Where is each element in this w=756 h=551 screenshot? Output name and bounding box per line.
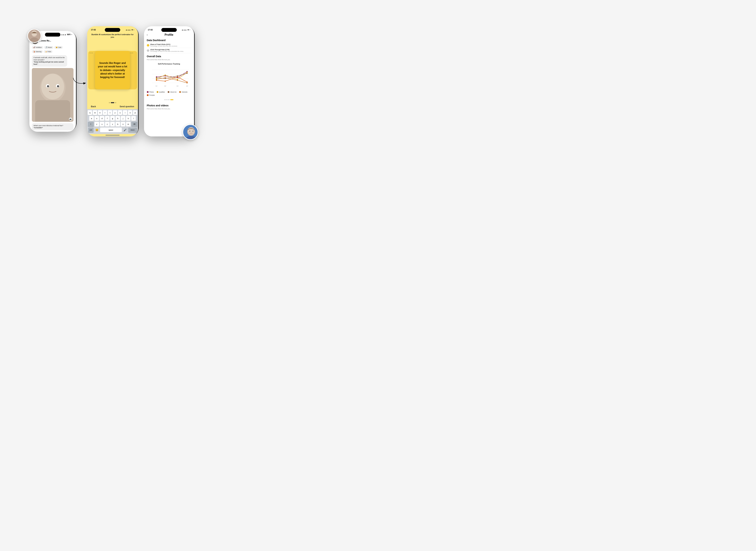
photos-videos-title: Photos and videos <box>147 104 191 107</box>
card-carousel[interactable]: k e on Sounds like Roger and your cat wo… <box>87 39 138 101</box>
key-v[interactable]: v <box>110 122 115 127</box>
key-y[interactable]: y <box>113 110 117 115</box>
key-emoji[interactable]: 😊 <box>94 128 99 131</box>
bumble-header-text: Bumble AI customizes the perfect icebrea… <box>90 33 135 38</box>
profile-header: ‹ Profile <box>144 32 194 37</box>
photos-videos-subtitle: Pick some that show the true you. <box>147 108 191 110</box>
key-j[interactable]: j <box>121 116 125 121</box>
key-h[interactable]: h <box>115 116 120 121</box>
key-mic[interactable]: 🎤 <box>122 128 127 131</box>
chat-bubble-1: If animals could talk, which one would b… <box>32 55 67 67</box>
stc-desc: Percentage of total clicks this item rec… <box>150 45 191 47</box>
card-main-text: Sounds like Roger and your cat would hav… <box>98 61 127 79</box>
svg-point-46 <box>177 80 178 81</box>
chat-photo: 📷 <box>32 68 73 121</box>
key-p[interactable]: p <box>133 110 137 115</box>
back-button[interactable]: Back <box>91 105 96 108</box>
bumble-brand: Bumble AI <box>91 33 101 35</box>
key-g[interactable]: g <box>110 116 115 121</box>
key-n[interactable]: n <box>121 122 125 127</box>
legend-photos: Photos <box>147 91 154 93</box>
key-u[interactable]: u <box>118 110 122 115</box>
time-3: 17:02 <box>148 29 153 31</box>
key-x[interactable]: x <box>100 122 104 127</box>
key-i[interactable]: i <box>123 110 127 115</box>
legend-photos-label: Photos <box>149 91 154 93</box>
svg-rect-10 <box>35 100 70 122</box>
data-dashboard-title: Data Dashboard <box>147 39 191 42</box>
svg-point-45 <box>165 77 166 78</box>
card-main: Sounds like Roger and your cat would hav… <box>95 51 130 89</box>
key-r[interactable]: r <box>103 110 107 115</box>
dot-1 <box>109 102 110 103</box>
status-icons-2: ▲▲▲ ≋ ▪ <box>125 29 134 31</box>
key-s[interactable]: s <box>94 116 99 121</box>
kb-row-2: a s d f g h j k l <box>88 116 137 121</box>
tags-row: 🚀 Ambition 🎵 Music 🐱 Cats <box>29 45 76 49</box>
svg-point-23 <box>192 131 193 131</box>
profile-body: Data Dashboard Share of Total Clicks (ST… <box>144 37 194 136</box>
key-f[interactable]: f <box>105 116 109 121</box>
back-icon[interactable]: ‹ <box>147 33 148 36</box>
chart-container: Self-Performance Tracking Q1 <box>147 62 191 97</box>
tag-pubs[interactable]: 🍺 Pubs <box>44 50 53 53</box>
tag-music[interactable]: 🎵 Music <box>44 46 54 49</box>
svg-text:Q4: Q4 <box>186 85 188 87</box>
kb-row-3: ⇧ z x c v b n m ⌫ <box>88 122 137 127</box>
svg-point-37 <box>165 74 166 76</box>
camera-icon[interactable]: 📷 <box>69 117 72 121</box>
page-dot-2 <box>166 99 167 100</box>
svg-text:Q3: Q3 <box>176 85 178 87</box>
key-k[interactable]: k <box>126 116 130 121</box>
key-d[interactable]: d <box>100 116 104 121</box>
dynamic-island-2 <box>105 28 120 32</box>
key-z[interactable]: z <box>94 122 99 127</box>
profile-title: Profile <box>165 33 173 36</box>
tag-ambition[interactable]: 🚀 Ambition <box>32 46 43 49</box>
key-123[interactable]: 123 <box>88 127 94 132</box>
card-actions: Back Send question <box>87 104 138 109</box>
tag-cats[interactable]: 🐱 Cats <box>54 46 63 49</box>
signal-2: ▲▲▲ <box>125 29 131 31</box>
status-icons-3: ▲▲▲ ≋ ▪ <box>181 29 190 31</box>
svg-point-40 <box>156 77 157 78</box>
key-l[interactable]: l <box>131 116 136 121</box>
phone2-screen: 17:02 ▲▲▲ ≋ ▪ Bumble AI customizes the p… <box>87 26 138 136</box>
legend-aboutme: About me <box>168 91 176 93</box>
tag-dancing[interactable]: 💃 Dancing <box>32 50 43 53</box>
key-m[interactable]: m <box>126 122 130 127</box>
tag-label-cats: Cats <box>58 47 61 48</box>
key-t[interactable]: t <box>108 110 112 115</box>
send-question-button[interactable]: Send question <box>120 105 134 108</box>
arrow-svg <box>71 74 92 88</box>
page-dot-1 <box>164 99 165 100</box>
battery-icon-1: ▪ <box>71 34 72 35</box>
key-q[interactable]: q <box>88 110 92 115</box>
key-o[interactable]: o <box>128 110 132 115</box>
key-shift[interactable]: ⇧ <box>88 122 94 127</box>
phone1-wrapper: 17:02 ▲▲▲ WiFi ▪ <box>29 31 77 132</box>
keyboard: q w e r t y u i o p a <box>87 109 138 134</box>
avatar-man-image <box>183 125 198 139</box>
key-w[interactable]: w <box>93 110 97 115</box>
key-space[interactable]: space <box>100 127 122 132</box>
stc-text: Share of Total Clicks (STC) Percentage o… <box>150 44 191 47</box>
phone3: 17:02 ▲▲▲ ≋ ▪ ‹ Profile Data Dashboard <box>144 26 195 136</box>
legend-prompts-dot <box>147 94 148 96</box>
status-icons-1: ▲▲▲ WiFi ▪ <box>61 34 72 35</box>
key-a[interactable]: a <box>89 116 94 121</box>
key-return[interactable]: return <box>128 127 137 132</box>
svg-text:Q2: Q2 <box>164 85 166 87</box>
legend-photos-dot <box>147 91 148 93</box>
kb-row-4: 123 😊 space 🎤 return <box>88 127 137 132</box>
key-delete[interactable]: ⌫ <box>131 122 137 127</box>
svg-point-51 <box>186 81 187 83</box>
legend-qualities-label: Qualities <box>159 91 165 93</box>
key-e[interactable]: e <box>98 110 102 115</box>
ctr-label: Click-Through Rate (CTR) <box>150 49 191 51</box>
ctr-text: Click-Through Rate (CTR) Percentage of v… <box>150 49 191 52</box>
phone2: 17:02 ▲▲▲ ≋ ▪ Bumble AI customizes the p… <box>87 26 139 136</box>
key-c[interactable]: c <box>105 122 109 127</box>
page-dot-3 <box>168 99 169 100</box>
key-b[interactable]: b <box>115 122 120 127</box>
